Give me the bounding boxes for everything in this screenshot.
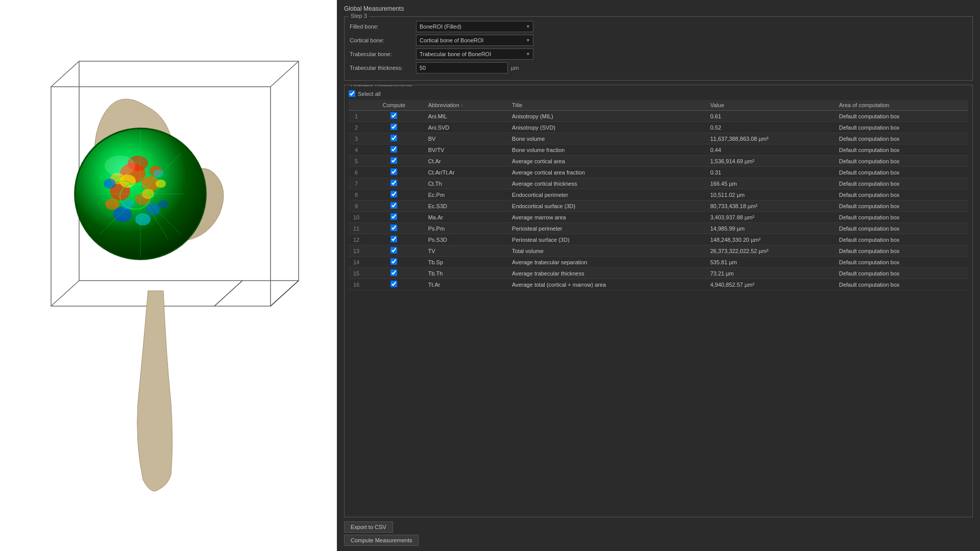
row-abbreviation: Ma.Ar xyxy=(424,212,508,223)
row-value: 0.31 xyxy=(706,167,835,178)
step3-group: Step 3 Filled bone: BoneROI (Filled) Cor… xyxy=(344,16,973,81)
row-value: 0.44 xyxy=(706,144,835,156)
trabecular-thickness-input[interactable] xyxy=(416,62,508,73)
table-row: 4 BV/TV Bone volume fraction 0.44 Defaul… xyxy=(349,144,968,156)
row-compute[interactable] xyxy=(364,133,424,144)
row-title: Anisotropy (MIL) xyxy=(508,111,706,122)
row-area: Default computation box xyxy=(835,122,968,133)
row-compute[interactable] xyxy=(364,234,424,245)
row-abbreviation: Ec.S3D xyxy=(424,201,508,212)
table-row: 13 TV Total volume 26,373,322,022.52 µm³… xyxy=(349,245,968,257)
table-row: 8 Ec.Pm Endocortical perimeter 10,511.02… xyxy=(349,189,968,201)
row-value: 4,940,852.57 µm² xyxy=(706,279,835,290)
row-num: 4 xyxy=(349,144,364,156)
row-area: Default computation box xyxy=(835,133,968,144)
row-num: 11 xyxy=(349,223,364,234)
row-area: Default computation box xyxy=(835,212,968,223)
row-compute[interactable] xyxy=(364,111,424,122)
row-num: 13 xyxy=(349,245,364,257)
row-compute[interactable] xyxy=(364,144,424,156)
bottom-buttons: Export to CSV Compute Measurements xyxy=(344,521,973,546)
row-title: Average total (cortical + marrow) area xyxy=(508,279,706,290)
row-abbreviation: Ps.Pm xyxy=(424,223,508,234)
svg-line-6 xyxy=(214,281,242,306)
select-all-row: Select all xyxy=(349,90,968,97)
row-num: 6 xyxy=(349,167,364,178)
visualization-panel xyxy=(0,0,337,551)
row-title: Average cortical area fraction xyxy=(508,167,706,178)
select-all-checkbox[interactable] xyxy=(349,90,355,97)
table-row: 12 Ps.S3D Periosteal surface (3D) 148,24… xyxy=(349,234,968,245)
row-area: Default computation box xyxy=(835,268,968,279)
row-num: 3 xyxy=(349,133,364,144)
row-abbreviation: Ani.SVD xyxy=(424,122,508,133)
measurements-panel: Global Measurements Step 3 Filled bone: … xyxy=(337,0,980,551)
table-row: 6 Ct.Ar/Tt.Ar Average cortical area frac… xyxy=(349,167,968,178)
table-scroll-container[interactable]: Compute Abbreviation ↑ Title Value Area … xyxy=(349,100,968,514)
row-compute[interactable] xyxy=(364,201,424,212)
row-value: 11,637,388,863.08 µm³ xyxy=(706,133,835,144)
row-num: 15 xyxy=(349,268,364,279)
row-compute[interactable] xyxy=(364,279,424,290)
row-area: Default computation box xyxy=(835,156,968,167)
available-measurements-group: Available measurements Select all Comput… xyxy=(344,85,973,517)
row-value: 0.61 xyxy=(706,111,835,122)
bone-3d-view xyxy=(0,0,337,551)
bone-svg xyxy=(20,46,316,505)
row-num: 10 xyxy=(349,212,364,223)
row-title: Average cortical thickness xyxy=(508,178,706,189)
compute-measurements-button[interactable]: Compute Measurements xyxy=(344,535,419,546)
row-area: Default computation box xyxy=(835,234,968,245)
cortical-bone-select[interactable]: Cortical bone of BoneROI xyxy=(416,35,533,46)
table-row: 15 Tb.Th Average trabecular thickness 73… xyxy=(349,268,968,279)
svg-point-39 xyxy=(105,156,135,176)
svg-line-1 xyxy=(51,61,79,87)
step3-legend: Step 3 xyxy=(349,13,369,19)
col-area: Area of computation xyxy=(835,100,968,111)
trabecular-bone-select-wrapper[interactable]: Trabecular bone of BoneROI xyxy=(416,48,533,60)
row-compute[interactable] xyxy=(364,268,424,279)
row-area: Default computation box xyxy=(835,178,968,189)
trabecular-bone-select[interactable]: Trabecular bone of BoneROI xyxy=(416,48,533,60)
row-value: 148,248,330.20 µm² xyxy=(706,234,835,245)
panel-title: Global Measurements xyxy=(344,5,973,12)
col-num xyxy=(349,100,364,111)
row-compute[interactable] xyxy=(364,156,424,167)
row-compute[interactable] xyxy=(364,178,424,189)
row-area: Default computation box xyxy=(835,167,968,178)
row-title: Periosteal perimeter xyxy=(508,223,706,234)
row-value: 535.81 µm xyxy=(706,257,835,268)
trabecular-thickness-row: Trabecular thickness: µm xyxy=(350,62,967,73)
row-num: 14 xyxy=(349,257,364,268)
row-compute[interactable] xyxy=(364,122,424,133)
row-compute[interactable] xyxy=(364,257,424,268)
svg-line-4 xyxy=(51,281,79,306)
cortical-bone-select-wrapper[interactable]: Cortical bone of BoneROI xyxy=(416,35,533,46)
row-area: Default computation box xyxy=(835,223,968,234)
filled-bone-select-wrapper[interactable]: BoneROI (Filled) xyxy=(416,21,533,32)
cortical-bone-label: Cortical bone: xyxy=(350,37,416,43)
table-row: 11 Ps.Pm Periosteal perimeter 14,985.99 … xyxy=(349,223,968,234)
svg-point-26 xyxy=(135,213,151,226)
svg-point-23 xyxy=(146,203,160,215)
col-abbreviation: Abbreviation ↑ xyxy=(424,100,508,111)
row-abbreviation: TV xyxy=(424,245,508,257)
table-row: 2 Ani.SVD Anisotropy (SVD) 0.52 Default … xyxy=(349,122,968,133)
row-abbreviation: Ct.Ar/Tt.Ar xyxy=(424,167,508,178)
row-compute[interactable] xyxy=(364,189,424,201)
table-row: 14 Tb.Sp Average trabecular separation 5… xyxy=(349,257,968,268)
svg-line-2 xyxy=(271,61,299,87)
export-csv-button[interactable]: Export to CSV xyxy=(344,521,393,533)
table-header: Compute Abbreviation ↑ Title Value Area … xyxy=(349,100,968,111)
row-area: Default computation box xyxy=(835,279,968,290)
select-all-label: Select all xyxy=(358,91,381,97)
row-value: 14,985.99 µm xyxy=(706,223,835,234)
row-compute[interactable] xyxy=(364,167,424,178)
col-compute: Compute xyxy=(364,100,424,111)
row-compute[interactable] xyxy=(364,223,424,234)
row-area: Default computation box xyxy=(835,144,968,156)
filled-bone-select[interactable]: BoneROI (Filled) xyxy=(416,21,533,32)
row-compute[interactable] xyxy=(364,212,424,223)
row-compute[interactable] xyxy=(364,245,424,257)
row-title: Average trabecular thickness xyxy=(508,268,706,279)
